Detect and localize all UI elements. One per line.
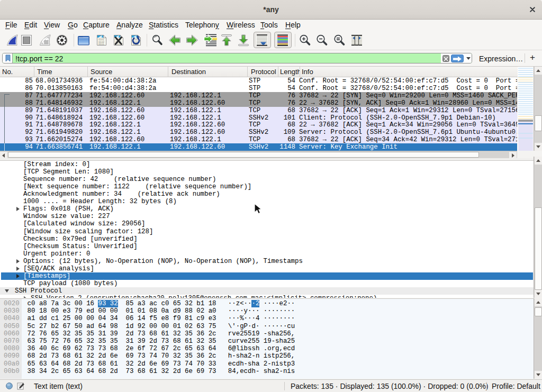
svg-text:0111: 0111 [98,43,104,45]
